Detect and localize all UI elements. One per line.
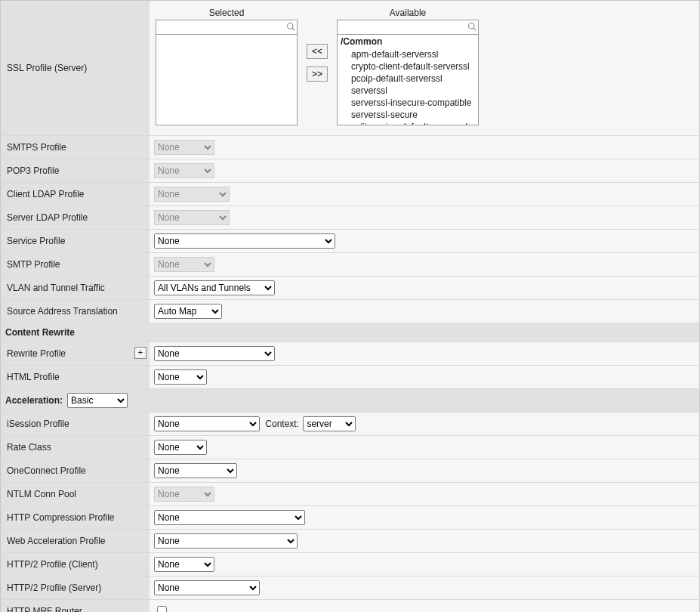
vlan-label: VLAN and Tunnel Traffic — [1, 277, 150, 300]
server-ldap-select: None — [154, 210, 230, 225]
sat-label: Source Address Translation — [1, 300, 150, 323]
oneconnect-label: OneConnect Profile — [1, 459, 150, 483]
http2-server-select[interactable]: None — [154, 580, 260, 595]
available-header: Available — [390, 8, 426, 18]
sat-select[interactable]: Auto Map — [154, 304, 222, 319]
acceleration-title: Acceleration: — [5, 395, 63, 406]
server-ldap-label: Server LDAP Profile — [1, 206, 150, 230]
http-mrf-label: HTTP MRF Router — [1, 600, 150, 613]
ssl-server-label: SSL Profile (Server) — [1, 1, 150, 136]
service-label: Service Profile — [1, 230, 150, 253]
smtp-label: SMTP Profile — [1, 253, 150, 277]
http-comp-select[interactable]: None — [154, 510, 305, 525]
smtps-select: None — [154, 140, 214, 155]
http-comp-label: HTTP Compression Profile — [1, 506, 150, 530]
available-option[interactable]: serverssl — [338, 85, 478, 97]
http2-client-label: HTTP/2 Profile (Client) — [1, 553, 150, 576]
selected-header: Selected — [209, 8, 245, 18]
rate-class-select[interactable]: None — [154, 440, 207, 455]
move-right-button[interactable]: >> — [307, 66, 328, 82]
html-select[interactable]: None — [154, 369, 207, 385]
http2-client-select[interactable]: None — [154, 557, 214, 572]
smtp-select: None — [154, 257, 214, 272]
web-accel-select[interactable]: None — [154, 533, 298, 549]
available-option[interactable]: serverssl-insecure-compatible — [338, 97, 478, 109]
available-option[interactable]: serverssl-secure — [338, 109, 478, 121]
web-accel-label: Web Acceleration Profile — [1, 530, 150, 553]
available-option[interactable]: apm-default-serverssl — [338, 48, 478, 60]
ntlm-label: NTLM Conn Pool — [1, 483, 150, 506]
ntlm-select: None — [154, 487, 214, 502]
smtps-label: SMTPS Profile — [1, 136, 150, 159]
isession-context-select[interactable]: server — [303, 416, 356, 431]
content-rewrite-header: Content Rewrite — [1, 323, 700, 342]
acceleration-mode-select[interactable]: Basic — [67, 393, 128, 408]
rewrite-add-button[interactable]: + — [134, 347, 146, 359]
pop3-select: None — [154, 163, 214, 178]
selected-listbox[interactable] — [156, 35, 298, 125]
rewrite-label: Rewrite Profile + — [1, 342, 150, 366]
client-ldap-label: Client LDAP Profile — [1, 183, 150, 206]
move-left-button[interactable]: << — [307, 44, 328, 59]
pop3-label: POP3 Profile — [1, 159, 150, 183]
vlan-select[interactable]: All VLANs and Tunnels — [154, 280, 275, 295]
isession-context-label: Context: — [265, 419, 299, 429]
service-select[interactable]: None — [154, 233, 335, 249]
available-search-input[interactable] — [337, 20, 479, 35]
http2-server-label: HTTP/2 Profile (Server) — [1, 576, 150, 600]
config-table: SSL Profile (Server) Selected << >> — [0, 0, 700, 612]
http-mrf-checkbox[interactable] — [157, 606, 167, 612]
isession-label: iSession Profile — [1, 413, 150, 436]
available-option[interactable]: splitsession-default-serverssl — [338, 121, 478, 125]
client-ldap-select: None — [154, 187, 230, 202]
ssl-server-dual-list: Selected << >> Available — [154, 5, 695, 131]
selected-search-input[interactable] — [156, 20, 298, 35]
rewrite-select[interactable]: None — [154, 346, 275, 361]
html-label: HTML Profile — [1, 366, 150, 389]
isession-select[interactable]: None — [154, 416, 260, 431]
available-option[interactable]: pcoip-default-serverssl — [338, 73, 478, 85]
rate-class-label: Rate Class — [1, 436, 150, 459]
oneconnect-select[interactable]: None — [154, 463, 237, 478]
available-option[interactable]: crypto-client-default-serverssl — [338, 60, 478, 73]
available-listbox[interactable]: /Common apm-default-serversslcrypto-clie… — [337, 35, 479, 125]
available-group-header: /Common — [338, 35, 478, 48]
